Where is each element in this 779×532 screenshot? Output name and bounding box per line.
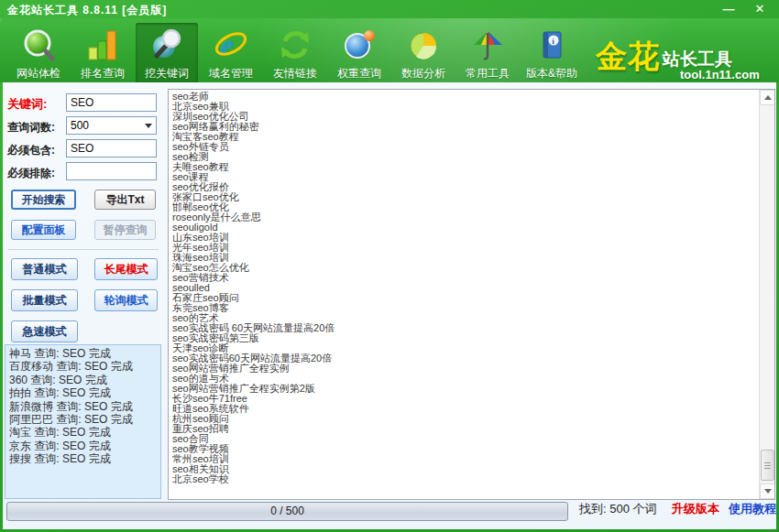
export-txt-button[interactable]: 导出Txt: [94, 190, 156, 210]
result-keyword-line[interactable]: seo合同: [172, 434, 756, 444]
mode-fast-button[interactable]: 急速模式: [11, 320, 78, 342]
toolbar-item-label: 挖关键词: [145, 66, 189, 81]
toolbar-item-domain-manage[interactable]: e 域名管理: [200, 23, 262, 85]
result-keyword-line[interactable]: seo的艺术: [172, 313, 756, 323]
status-log-line: 搜搜 查询: SEO 完成: [9, 452, 157, 465]
result-keyword-line[interactable]: 北京seo学校: [172, 474, 756, 484]
result-keyword-line[interactable]: seo营销技术: [172, 273, 756, 283]
scroll-up-button[interactable]: [760, 90, 775, 105]
result-keyword-line[interactable]: 山东seo培训: [172, 233, 756, 243]
result-keyword-line[interactable]: seoulled: [172, 283, 756, 293]
close-button[interactable]: ✕: [750, 2, 770, 16]
result-keyword-line[interactable]: 淘宝客seo教程: [172, 132, 756, 142]
result-keyword-line[interactable]: seo外链专员: [172, 142, 756, 152]
result-keyword-line[interactable]: 重庆seo招聘: [172, 424, 756, 434]
status-log-line: 新浪微博 查询: SEO 完成: [9, 400, 157, 413]
minimize-button[interactable]: —: [719, 2, 739, 16]
result-keyword-line[interactable]: 邯郸seo优化: [172, 202, 756, 212]
result-keyword-line[interactable]: seo检测: [172, 152, 756, 162]
toolbar-item-label: 友情链接: [273, 66, 317, 81]
result-keyword-line[interactable]: seo课程: [172, 172, 756, 182]
toolbar-item-dig-keywords[interactable]: 挖关键词: [136, 23, 198, 85]
status-log-line: 360 查询: SEO 完成: [9, 374, 157, 386]
upgrade-link[interactable]: 升级版本: [672, 501, 719, 517]
result-keyword-line[interactable]: seouligold: [172, 223, 756, 233]
result-keyword-line[interactable]: 淘宝seo怎么优化: [172, 263, 756, 273]
mode-longtail-button[interactable]: 长尾模式: [94, 258, 158, 280]
result-keyword-line[interactable]: 夫唯seo教程: [172, 162, 756, 172]
status-log-line: 百度移动 查询: SEO 完成: [9, 360, 157, 373]
brand-domain: tool.1n11.com: [680, 68, 770, 81]
mode-poll-button[interactable]: 轮询模式: [94, 289, 158, 311]
status-log-line: 京东 查询: SEO 完成: [9, 440, 157, 452]
status-log-line: 神马 查询: SEO 完成: [9, 347, 157, 360]
result-keyword-line[interactable]: 常州seo培训: [172, 454, 756, 464]
toolbar-item-common-tools[interactable]: 常用工具: [456, 23, 519, 85]
main-body: 关键词: 查询词数: 500 必须包含: 必须排除: 开始搜索 导出Txt 配置…: [3, 82, 776, 529]
toolbar-item-friend-links[interactable]: 友情链接: [264, 23, 326, 85]
scrollbar-thumb[interactable]: [761, 450, 774, 481]
results-list[interactable]: seo老师北京seo兼职深圳seo优化公司seo网络赢利的秘密淘宝客seo教程s…: [172, 92, 756, 499]
toolbar-item-weight-query[interactable]: 权重查询: [328, 23, 390, 85]
status-log-line: 拍拍 查询: SEO 完成: [9, 386, 157, 399]
result-keyword-line[interactable]: seo实战密码60天网站流量提高20倍: [172, 353, 756, 364]
toolbar-item-version-help[interactable]: i 版本&帮助: [521, 23, 583, 85]
result-keyword-line[interactable]: 深圳seo优化公司: [172, 112, 756, 122]
must-include-label: 必须包含:: [7, 143, 55, 158]
brand-logo: 金花 站长工具 tool.1n11.com: [596, 42, 770, 81]
result-keyword-line[interactable]: 石家庄seo顾问: [172, 293, 756, 303]
mode-batch-button[interactable]: 批量模式: [11, 289, 78, 311]
toolbar-item-data-analysis[interactable]: 数据分析: [392, 23, 455, 85]
result-keyword-line[interactable]: seo优化报价: [172, 182, 756, 192]
toolbar-item-label: 域名管理: [209, 66, 253, 81]
left-panel: 关键词: 查询词数: 500 必须包含: 必须排除: 开始搜索 导出Txt 配置…: [3, 82, 166, 529]
result-keyword-line[interactable]: 天津seo诊断: [172, 343, 756, 353]
keyword-label: 关键词:: [7, 96, 47, 113]
result-keyword-line[interactable]: 杭州seo顾问: [172, 414, 756, 424]
result-keyword-line[interactable]: seo网站营销推广全程实例: [172, 364, 756, 374]
globe-magnifier-icon: [148, 26, 186, 64]
start-search-button[interactable]: 开始搜索: [11, 190, 76, 210]
scroll-down-button[interactable]: [760, 483, 775, 499]
umbrella-icon: [468, 26, 507, 64]
result-keyword-line[interactable]: seo相关知识: [172, 464, 756, 474]
result-keyword-line[interactable]: seo老师: [172, 92, 756, 102]
result-keyword-line[interactable]: 张家口seo优化: [172, 192, 756, 202]
status-log-list[interactable]: 神马 查询: SEO 完成百度移动 查询: SEO 完成360 查询: SEO …: [5, 344, 161, 499]
mode-normal-button[interactable]: 普通模式: [11, 258, 78, 280]
result-keyword-line[interactable]: seo网络赢利的秘密: [172, 122, 756, 132]
toolbar-item-label: 权重查询: [337, 66, 381, 81]
result-keyword-line[interactable]: 长沙seo牛71free: [172, 394, 756, 404]
found-count-text: 找到: 500 个词: [579, 501, 657, 517]
results-box: seo老师北京seo兼职深圳seo优化公司seo网络赢利的秘密淘宝客seo教程s…: [168, 89, 775, 500]
thumb-grip: [764, 468, 771, 469]
config-panel-button[interactable]: 配置面板: [11, 220, 76, 240]
thumb-grip: [764, 465, 771, 466]
toolbar-item-site-check[interactable]: 网站体检: [7, 23, 70, 85]
result-keyword-line[interactable]: 光年seo培训: [172, 243, 756, 253]
result-keyword-line[interactable]: 珠海seo培训: [172, 253, 756, 263]
status-log-line: 淘宝 查询: SEO 完成: [9, 426, 157, 439]
result-keyword-line[interactable]: seo教学视频: [172, 444, 756, 454]
must-exclude-input[interactable]: [66, 162, 157, 180]
keyword-input[interactable]: [66, 93, 157, 112]
result-keyword-line[interactable]: seo的道与术: [172, 374, 756, 384]
tutorial-link[interactable]: 使用教程: [729, 501, 776, 517]
query-count-dropdown[interactable]: 500: [66, 116, 157, 135]
result-keyword-line[interactable]: roseonly是什么意思: [172, 212, 756, 223]
scroll-down-icon: [764, 489, 772, 494]
vertical-scrollbar[interactable]: [759, 90, 774, 499]
window-title: 金花站长工具 8.8.11 [会员版]: [7, 3, 167, 18]
result-keyword-line[interactable]: seo网站营销推广全程实例第2版: [172, 384, 756, 394]
result-keyword-line[interactable]: 旺道seo系统软件: [172, 404, 756, 414]
main-toolbar: 网站体检 排名查询 挖关键词 e: [0, 18, 779, 82]
toolbar-item-rank-query[interactable]: 排名查询: [71, 23, 134, 85]
title-bar: 金花站长工具 8.8.11 [会员版] — ✕: [0, 0, 779, 18]
result-keyword-line[interactable]: seo实战密码 60天网站流量提高20倍: [172, 323, 756, 333]
pause-query-button[interactable]: 暂停查询: [94, 220, 156, 240]
must-include-input[interactable]: [66, 139, 157, 157]
result-keyword-line[interactable]: seo实战密码第三版: [172, 333, 756, 343]
result-keyword-line[interactable]: 东莞seo博客: [172, 303, 756, 313]
result-keyword-line[interactable]: 北京seo兼职: [172, 102, 756, 112]
progress-bar: 0 / 500: [6, 502, 568, 521]
